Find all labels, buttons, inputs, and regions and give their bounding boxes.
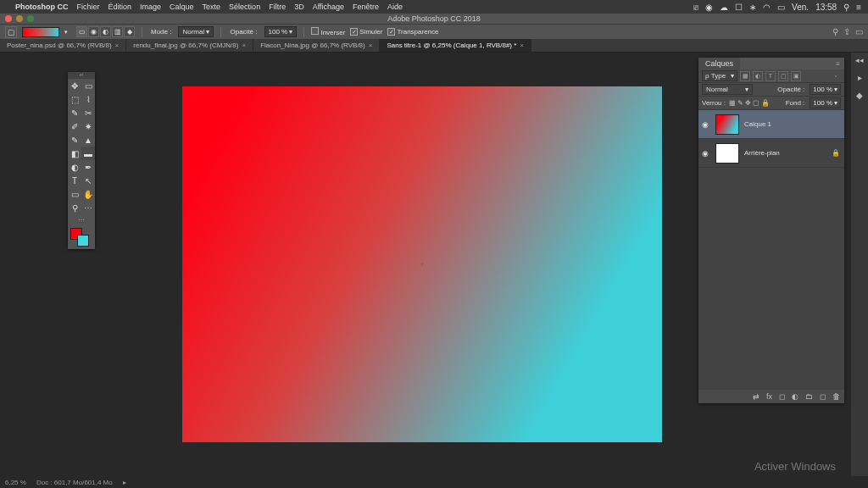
layer-name[interactable]: Calque 1 — [744, 120, 843, 128]
window-close-button[interactable] — [5, 15, 12, 22]
gradient-radial-icon[interactable]: ◉ — [88, 26, 99, 37]
panel-menu-icon[interactable]: ≡ — [836, 60, 844, 68]
app-name[interactable]: Photoshop CC — [15, 3, 69, 11]
shape-tool[interactable]: ▭ — [68, 187, 81, 201]
opacity-input[interactable]: 100 % ▾ — [264, 26, 298, 37]
layer-group-icon[interactable]: 🗀 — [805, 392, 813, 401]
tools-collapse-icon[interactable]: ‹‹ — [68, 72, 95, 79]
document-tab[interactable]: rendu_final.jpg @ 66,7% (CMJN/8)× — [126, 39, 253, 52]
edit-toolbar-icon[interactable]: ⋯ — [68, 214, 95, 225]
stamp-tool[interactable]: ▲ — [81, 133, 95, 147]
layer-fx-icon[interactable]: fx — [766, 392, 772, 401]
lock-pixels-icon[interactable]: ✎ — [737, 99, 743, 107]
more-tool[interactable]: ⋯ — [81, 201, 95, 214]
delete-layer-icon[interactable]: 🗑 — [832, 392, 840, 401]
close-tab-icon[interactable]: × — [520, 42, 524, 49]
path-tool[interactable]: ↖ — [81, 174, 95, 187]
window-minimize-button[interactable] — [16, 15, 23, 22]
menu-edition[interactable]: Édition — [108, 3, 132, 11]
filter-pixel-icon[interactable]: ▦ — [740, 71, 750, 81]
filter-adjust-icon[interactable]: ◐ — [753, 71, 763, 81]
layer-mask-icon[interactable]: ◻ — [779, 392, 785, 401]
healing-tool[interactable]: ✷ — [81, 119, 95, 133]
layer-thumbnail[interactable] — [715, 143, 739, 164]
expand-panel-icon[interactable]: ◂◂ — [855, 56, 864, 64]
artboard-tool[interactable]: ▭ — [81, 79, 95, 92]
menu-selection[interactable]: Sélection — [229, 3, 260, 11]
close-tab-icon[interactable]: × — [242, 42, 246, 49]
doc-size[interactable]: Doc : 601,7 Mo/601,4 Mo — [36, 479, 113, 486]
gradient-picker[interactable] — [22, 27, 59, 37]
simuler-option[interactable]: ✓Simuler — [350, 28, 382, 36]
tool-preset-picker[interactable]: ▢ — [5, 26, 17, 38]
quick-select-tool[interactable]: ✎ — [68, 106, 81, 119]
layer-visibility-icon[interactable]: ◉ — [700, 149, 710, 158]
layer-fill-input[interactable]: 100 %▾ — [810, 97, 841, 108]
layer-thumbnail[interactable] — [715, 114, 739, 135]
menu-calque[interactable]: Calque — [170, 3, 194, 11]
link-layers-icon[interactable]: ⇄ — [753, 392, 760, 401]
menu-3d[interactable]: 3D — [294, 3, 304, 11]
layer-filter-type[interactable]: ρ Type▾ — [702, 70, 737, 81]
lock-transparency-icon[interactable]: ▦ — [729, 99, 736, 107]
menu-fenetre[interactable]: Fenêtre — [353, 3, 379, 11]
lock-position-icon[interactable]: ✥ — [745, 99, 751, 107]
move-tool[interactable]: ✥ — [68, 79, 81, 92]
new-layer-icon[interactable]: ◻ — [820, 392, 826, 401]
workspace-switcher-icon[interactable]: ▭ — [855, 27, 863, 36]
gradient-linear-icon[interactable]: ▭ — [76, 26, 87, 37]
marquee-tool[interactable]: ⬚ — [68, 92, 81, 106]
layer-opacity-input[interactable]: 100 %▾ — [810, 84, 841, 95]
menu-image[interactable]: Image — [140, 3, 161, 11]
lasso-tool[interactable]: ⌇ — [81, 92, 95, 106]
gradient-tool[interactable]: ▬ — [81, 147, 95, 160]
status-arrow-icon[interactable]: ▸ — [123, 479, 126, 486]
gradient-angle-icon[interactable]: ◐ — [100, 26, 111, 37]
pen-tool[interactable]: ✒ — [81, 160, 95, 174]
menu-texte[interactable]: Texte — [203, 3, 221, 11]
background-color[interactable] — [77, 235, 89, 247]
eraser-tool[interactable]: ◧ — [68, 147, 81, 160]
layer-visibility-icon[interactable]: ◉ — [700, 120, 710, 129]
close-tab-icon[interactable]: × — [115, 42, 120, 49]
layer-item[interactable]: ◉ Arrière-plan 🔒 — [698, 139, 844, 168]
search-icon[interactable]: ⚲ — [832, 27, 838, 36]
document-tab[interactable]: Flacon_Nina.jpg @ 66,7% (RVB/8)× — [253, 39, 380, 52]
eyedropper-tool[interactable]: ✐ — [68, 119, 81, 133]
zoom-level[interactable]: 6,25 % — [5, 479, 26, 486]
menu-aide[interactable]: Aide — [387, 3, 403, 11]
menu-affichage[interactable]: Affichage — [313, 3, 344, 11]
crop-tool[interactable]: ✂ — [81, 106, 95, 119]
filter-toggle-icon[interactable]: ◦ — [831, 71, 841, 81]
layer-item[interactable]: ◉ Calque 1 — [698, 110, 844, 139]
filter-type-icon[interactable]: T — [765, 71, 776, 81]
adjustment-layer-icon[interactable]: ◐ — [792, 392, 798, 401]
menu-filtre[interactable]: Filtre — [269, 3, 286, 11]
layer-name[interactable]: Arrière-plan — [744, 149, 826, 157]
gradient-diamond-icon[interactable]: ◆ — [124, 26, 135, 37]
type-tool[interactable]: T — [68, 174, 81, 187]
panel-color-icon[interactable]: ◆ — [856, 91, 863, 100]
menu-fichier[interactable]: Fichier — [77, 3, 100, 11]
blend-mode-select[interactable]: Normal ▾ — [178, 26, 214, 37]
layers-tab[interactable]: Calques — [698, 58, 740, 69]
gradient-reflected-icon[interactable]: ▥ — [112, 26, 123, 37]
close-tab-icon[interactable]: × — [369, 42, 373, 49]
document-tab-active[interactable]: Sans titre-1 @ 6,25% (Calque 1, RVB/8#) … — [380, 39, 531, 52]
zoom-tool[interactable]: ⚲ — [68, 201, 81, 214]
layer-blend-mode[interactable]: Normal▾ — [702, 84, 753, 95]
canvas[interactable]: + — [182, 86, 662, 442]
brush-tool[interactable]: ✎ — [68, 133, 81, 147]
filter-smart-icon[interactable]: ▣ — [791, 71, 801, 81]
lock-artboard-icon[interactable]: ▢ — [753, 99, 760, 107]
window-zoom-button[interactable] — [27, 15, 34, 22]
transparence-option[interactable]: ✓Transparence — [387, 28, 438, 36]
document-tab[interactable]: Poster_nina.psd @ 66,7% (RVB/8)× — [0, 39, 126, 52]
dodge-tool[interactable]: ◐ — [68, 160, 81, 174]
hand-tool[interactable]: ✋ — [81, 187, 95, 201]
inverser-option[interactable]: Inverser — [311, 27, 345, 36]
color-swatches[interactable] — [68, 225, 95, 249]
panel-history-icon[interactable]: ▸ — [858, 73, 862, 82]
lock-all-icon[interactable]: 🔒 — [761, 99, 770, 107]
gradient-picker-arrow[interactable]: ▾ — [64, 29, 71, 36]
